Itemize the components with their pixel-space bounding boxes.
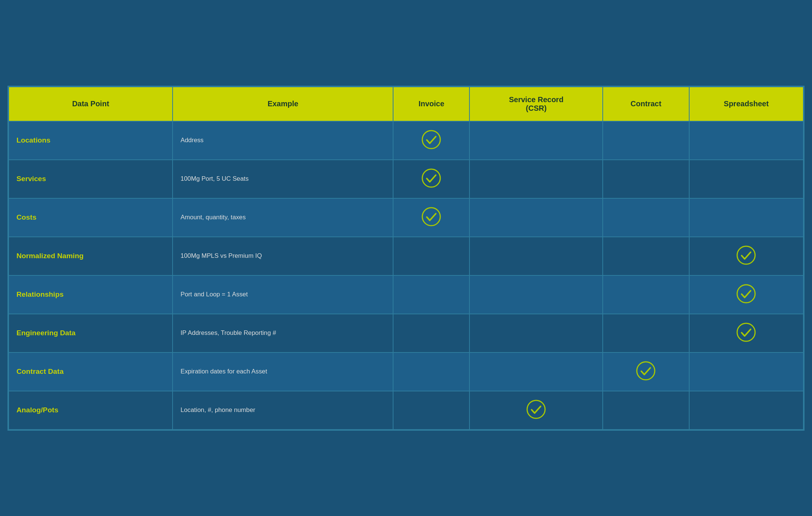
svg-point-1 xyxy=(422,169,440,187)
checkmark-icon xyxy=(736,323,756,342)
check-cell xyxy=(689,160,803,198)
check-cell xyxy=(603,352,689,391)
row-example-cell: Port and Loop = 1 Asset xyxy=(173,275,393,314)
checkmark-icon xyxy=(736,245,756,265)
check-cell xyxy=(603,198,689,237)
checkmark-icon xyxy=(422,207,441,226)
row-example-cell: Amount, quantity, taxes xyxy=(173,198,393,237)
checkmark-icon xyxy=(736,284,756,303)
check-cell xyxy=(603,391,689,430)
check-cell xyxy=(603,237,689,275)
col-header-spreadsheet: Spreadsheet xyxy=(689,87,803,121)
check-cell xyxy=(469,352,603,391)
check-cell xyxy=(603,160,689,198)
svg-point-5 xyxy=(737,323,755,341)
check-cell xyxy=(469,275,603,314)
table-row: Engineering DataIP Addresses, Trouble Re… xyxy=(9,314,803,352)
check-cell xyxy=(393,198,469,237)
table-row: Contract DataExpiration dates for each A… xyxy=(9,352,803,391)
table-body: LocationsAddress Services100Mg Port, 5 U… xyxy=(9,121,803,430)
check-cell xyxy=(603,275,689,314)
check-cell xyxy=(689,314,803,352)
row-label-cell: Relationships xyxy=(9,275,173,314)
check-cell xyxy=(689,275,803,314)
row-example-cell: Location, #, phone number xyxy=(173,391,393,430)
row-example-cell: IP Addresses, Trouble Reporting # xyxy=(173,314,393,352)
row-label-cell: Costs xyxy=(9,198,173,237)
row-example-cell: 100Mg Port, 5 UC Seats xyxy=(173,160,393,198)
table-row: Normalized Naming100Mg MPLS vs Premium I… xyxy=(9,237,803,275)
check-cell xyxy=(393,391,469,430)
check-cell xyxy=(603,121,689,160)
row-example-cell: Address xyxy=(173,121,393,160)
checkmark-icon xyxy=(526,400,546,419)
check-cell xyxy=(469,198,603,237)
check-cell xyxy=(469,237,603,275)
checkmark-icon xyxy=(422,168,441,188)
check-cell xyxy=(469,121,603,160)
svg-point-2 xyxy=(422,208,440,226)
checkmark-icon xyxy=(636,361,656,381)
check-cell xyxy=(393,352,469,391)
row-label-cell: Services xyxy=(9,160,173,198)
row-label-cell: Engineering Data xyxy=(9,314,173,352)
table-row: CostsAmount, quantity, taxes xyxy=(9,198,803,237)
table-row: Analog/PotsLocation, #, phone number xyxy=(9,391,803,430)
check-cell xyxy=(689,352,803,391)
check-cell xyxy=(393,121,469,160)
checkmark-icon xyxy=(422,130,441,149)
table-row: Services100Mg Port, 5 UC Seats xyxy=(9,160,803,198)
svg-point-0 xyxy=(422,131,440,149)
svg-point-7 xyxy=(527,400,545,418)
check-cell xyxy=(469,314,603,352)
check-cell xyxy=(689,121,803,160)
check-cell xyxy=(689,391,803,430)
header-row: Data Point Example Invoice Service Recor… xyxy=(9,87,803,121)
check-cell xyxy=(689,198,803,237)
check-cell xyxy=(603,314,689,352)
svg-point-3 xyxy=(737,246,755,264)
svg-point-6 xyxy=(637,362,655,380)
check-cell xyxy=(689,237,803,275)
table-row: LocationsAddress xyxy=(9,121,803,160)
check-cell xyxy=(469,160,603,198)
col-header-csr: Service Record(CSR) xyxy=(469,87,603,121)
check-cell xyxy=(393,314,469,352)
row-example-cell: 100Mg MPLS vs Premium IQ xyxy=(173,237,393,275)
row-label-cell: Normalized Naming xyxy=(9,237,173,275)
col-header-contract: Contract xyxy=(603,87,689,121)
svg-point-4 xyxy=(737,285,755,303)
check-cell xyxy=(393,160,469,198)
col-header-invoice: Invoice xyxy=(393,87,469,121)
data-table: Data Point Example Invoice Service Recor… xyxy=(8,86,804,430)
row-label-cell: Contract Data xyxy=(9,352,173,391)
check-cell xyxy=(469,391,603,430)
table-row: RelationshipsPort and Loop = 1 Asset xyxy=(9,275,803,314)
check-cell xyxy=(393,275,469,314)
row-example-cell: Expiration dates for each Asset xyxy=(173,352,393,391)
row-label-cell: Analog/Pots xyxy=(9,391,173,430)
col-header-datapoint: Data Point xyxy=(9,87,173,121)
col-header-example: Example xyxy=(173,87,393,121)
main-table-container: Data Point Example Invoice Service Recor… xyxy=(7,86,805,431)
check-cell xyxy=(393,237,469,275)
row-label-cell: Locations xyxy=(9,121,173,160)
